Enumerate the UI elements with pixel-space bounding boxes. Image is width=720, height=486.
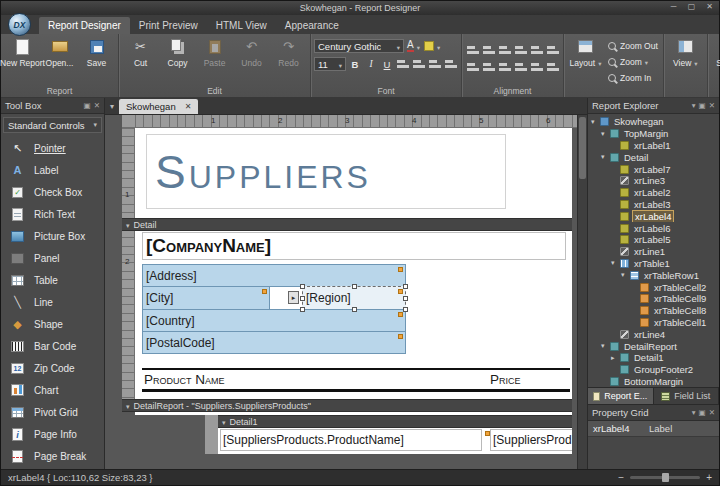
close-button[interactable]: ✕ <box>704 2 715 11</box>
scrollbar-thumb[interactable] <box>579 117 586 179</box>
font-name-select[interactable]: Century Gothic <box>314 39 404 53</box>
tool-picture-box[interactable]: Picture Box <box>1 225 104 247</box>
report-page[interactable]: Suppliers [CompanyName] [Address] <box>135 128 572 412</box>
tool-panel[interactable]: Panel <box>1 247 104 269</box>
resize-handle[interactable] <box>300 296 305 301</box>
undo-button[interactable]: Undo <box>233 36 270 68</box>
tree-item[interactable]: xrLabel1 <box>588 140 719 152</box>
zoom-in-button[interactable]: Zoom In <box>608 71 658 85</box>
collapse-band-icon[interactable] <box>126 401 130 411</box>
tree-item[interactable]: xrLabel6 <box>588 222 719 234</box>
view-button[interactable]: View <box>667 36 704 68</box>
tool-label[interactable]: Label <box>1 159 104 181</box>
collapse-band-icon[interactable] <box>126 220 130 230</box>
font-size-select[interactable]: 11 <box>314 57 346 71</box>
expander-icon[interactable] <box>621 271 630 279</box>
toolbox-category-dropdown[interactable]: Standard Controls <box>3 117 102 133</box>
tool-chart[interactable]: Chart <box>1 379 104 401</box>
italic-button[interactable]: I <box>364 58 378 71</box>
open-button[interactable]: Open... <box>41 36 78 68</box>
align-justify-button[interactable] <box>444 58 458 71</box>
tree-item-selected[interactable]: xrLabel4 <box>588 210 719 222</box>
title-bar[interactable]: Skowhegan - Report Designer ─ ▢ ✕ <box>1 1 719 15</box>
report-title-label[interactable]: Suppliers <box>146 134 506 209</box>
zoom-out-button[interactable]: Zoom Out <box>608 39 658 53</box>
tool-page-break[interactable]: Page Break <box>1 445 104 467</box>
smart-tag-icon[interactable] <box>262 289 267 294</box>
expander-icon[interactable] <box>591 118 600 126</box>
tree-item[interactable]: TopMargin <box>588 128 719 140</box>
tree-item[interactable]: xrTable1 <box>588 258 719 270</box>
chevron-down-icon[interactable] <box>692 408 696 417</box>
tool-zip-code[interactable]: Zip Code <box>1 357 104 379</box>
address-table[interactable]: [Address] [City] [Region] <box>142 264 406 354</box>
maximize-button[interactable]: ▢ <box>686 2 697 11</box>
tool-pointer[interactable]: Pointer <box>1 137 104 159</box>
resize-handle[interactable] <box>300 284 305 289</box>
align-center-button[interactable] <box>412 58 426 71</box>
dock-icon[interactable] <box>84 101 91 110</box>
postal-code-cell[interactable]: [PostalCode] <box>142 331 406 354</box>
underline-button[interactable]: U <box>380 58 394 71</box>
copy-button[interactable]: Copy <box>159 36 196 68</box>
close-icon[interactable] <box>94 101 100 110</box>
resize-handle[interactable] <box>403 284 408 289</box>
tree-item[interactable]: xrTableCell2 <box>588 281 719 293</box>
tree-item[interactable]: xrLabel5 <box>588 234 719 246</box>
resize-handle[interactable] <box>300 307 305 312</box>
smart-tag-icon[interactable] <box>398 289 403 294</box>
smart-tag-arrow-icon[interactable] <box>288 291 299 304</box>
tab-report-designer[interactable]: Report Designer <box>39 17 130 34</box>
same-height-button[interactable] <box>481 59 496 72</box>
paste-button[interactable]: Paste <box>196 36 233 68</box>
tool-check-box[interactable]: Check Box <box>1 181 104 203</box>
tree-item[interactable]: xrLabel2 <box>588 187 719 199</box>
dock-icon[interactable] <box>699 101 706 110</box>
tree-item[interactable]: xrTableCell8 <box>588 305 719 317</box>
scripts-button[interactable]: Scripts <box>711 36 720 68</box>
save-button[interactable]: Save <box>78 36 115 68</box>
tab-print-preview[interactable]: Print Preview <box>130 17 207 34</box>
tree-item[interactable]: Detail <box>588 151 719 163</box>
tool-bar-code[interactable]: Bar Code <box>1 335 104 357</box>
tool-page-info[interactable]: Page Info <box>1 423 104 445</box>
tab-field-list[interactable]: Field List <box>654 388 720 404</box>
design-canvas[interactable]: 1 2 3 4 5 6 1 2 Suppliers [CompanyNa <box>105 115 587 469</box>
font-color-button[interactable]: A <box>406 40 421 53</box>
bold-button[interactable]: B <box>348 58 362 71</box>
layout-button[interactable]: Layout <box>567 36 604 68</box>
dx-logo[interactable]: DX <box>8 13 31 36</box>
tab-appearance[interactable]: Appearance <box>276 17 348 34</box>
redo-button[interactable]: Redo <box>270 36 307 68</box>
tree-item[interactable]: xrTableRow1 <box>588 269 719 281</box>
zoom-slider-thumb[interactable] <box>662 473 669 482</box>
column-header-row[interactable]: Product Name Price <box>142 368 570 392</box>
expander-icon[interactable] <box>601 153 610 161</box>
tab-list-icon[interactable] <box>110 102 114 111</box>
align-rights-button[interactable] <box>497 42 512 55</box>
tree-item[interactable]: GroupFooter2 <box>588 364 719 376</box>
zoom-out-button[interactable]: − <box>618 473 624 483</box>
align-middles-button[interactable] <box>529 42 544 55</box>
document-tab-skowhegan[interactable]: Skowhegan ✕ <box>119 99 198 114</box>
align-tops-button[interactable] <box>513 42 528 55</box>
dock-icon[interactable] <box>699 408 706 417</box>
center-on-page-button[interactable] <box>545 59 560 72</box>
tab-html-view[interactable]: HTML View <box>207 17 276 34</box>
resize-handle[interactable] <box>352 307 357 312</box>
tree-item[interactable]: xrLabel7 <box>588 163 719 175</box>
tool-rich-text[interactable]: Rich Text <box>1 203 104 225</box>
expander-icon[interactable] <box>601 130 610 138</box>
zoom-slider[interactable] <box>630 476 700 479</box>
close-icon[interactable] <box>709 101 715 110</box>
city-cell[interactable]: [City] <box>142 286 270 310</box>
property-grid-object-selector[interactable]: xrLabel4 Label <box>588 421 719 437</box>
resize-handle[interactable] <box>352 284 357 289</box>
canvas-scrollbar[interactable] <box>577 115 587 469</box>
tab-report-explorer[interactable]: Report E... <box>588 388 654 404</box>
align-centers-button[interactable] <box>481 42 496 55</box>
smart-tag-icon[interactable] <box>398 267 403 272</box>
resize-handle[interactable] <box>403 296 408 301</box>
tree-item[interactable]: xrLine1 <box>588 246 719 258</box>
expander-icon[interactable] <box>611 354 620 362</box>
